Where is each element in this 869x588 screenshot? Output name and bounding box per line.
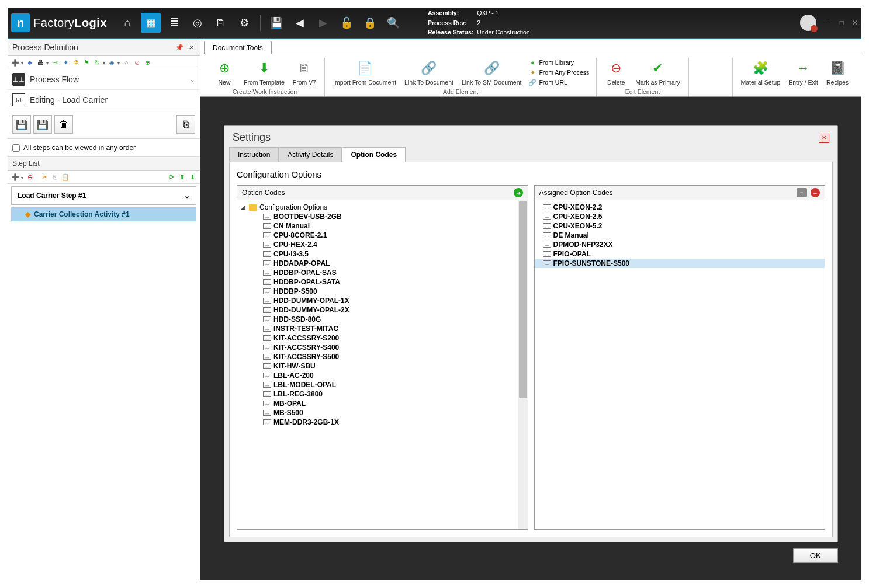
link-icon[interactable]: ✂ [51,58,59,67]
ok-button[interactable]: OK [793,548,838,563]
tab-instruction[interactable]: Instruction [229,147,279,162]
save-doc-button[interactable]: 💾 [12,115,31,134]
delete-doc-button[interactable]: 🗑 [54,115,73,134]
from-any-process-button[interactable]: ✦From Any Process [527,68,590,77]
option-code-item[interactable]: ⋯KIT-ACCSSRY-S400 [237,343,528,352]
option-code-item[interactable]: ⋯LBL-MODEL-OPAL [237,380,528,389]
search-doc-icon[interactable]: 🔍 [383,13,403,33]
unlock-icon[interactable]: 🔓 [337,13,356,33]
home-icon[interactable]: ⌂ [117,13,137,33]
close-panel-icon[interactable]: ✕ [187,43,195,51]
document-tools-tab[interactable]: Document Tools [204,41,272,54]
option-code-item[interactable]: ⋯LBL-AC-200 [237,371,528,380]
any-order-checkbox[interactable] [12,144,20,152]
mark-primary-button[interactable]: ✔Mark as Primary [633,58,682,87]
assigned-code-item[interactable]: ⋯CPU-XEON-2.2 [535,203,825,212]
back-icon[interactable]: ◀ [290,13,310,33]
option-code-item[interactable]: ⋯BOOTDEV-USB-2GB [237,212,528,221]
option-code-item[interactable]: ⋯LBL-REG-3800 [237,389,528,399]
cube-icon[interactable]: ◈ [108,58,116,67]
link-to-doc-button[interactable]: 🔗Link To Document [402,58,456,87]
option-code-item[interactable]: ⋯HDD-DUMMY-OPAL-2X [237,305,528,315]
assigned-code-item[interactable]: ⋯DPMOD-NFP32XX [535,240,825,249]
close-icon[interactable]: ✕ [852,19,858,27]
tab-option-codes[interactable]: Option Codes [342,147,406,162]
entry-exit-button[interactable]: ↔Entry / Exit [786,58,820,87]
circle3-icon[interactable]: ⊕ [143,58,151,67]
option-code-item[interactable]: ⋯HDD-SSD-80G [237,315,528,324]
flag-icon[interactable]: ⚑ [82,58,91,67]
tree-root[interactable]: ◢ Configuration Options [237,203,528,212]
list-view-icon[interactable]: ≡ [797,188,807,197]
activity-item[interactable]: ◆ Carrier Collection Activity #1 [11,207,196,221]
import-doc-button[interactable]: 📄Import From Document [331,58,399,87]
flask-icon[interactable]: ⚗ [72,58,80,67]
step-item[interactable]: Load Carrier Step #1 ⌄ [11,186,196,205]
reorder-icon[interactable]: ⟳ [167,173,175,181]
maximize-icon[interactable]: □ [840,19,844,27]
option-code-item[interactable]: ⋯HDDBP-S500 [237,287,528,296]
delete-button[interactable]: ⊖Delete [603,58,629,87]
document-icon[interactable]: 🗎 [211,13,231,33]
assigned-code-item[interactable]: ⋯DE Manual [535,231,825,240]
assigned-code-item[interactable]: ⋯CPU-XEON-2.5 [535,212,825,221]
user-avatar-icon[interactable] [800,15,816,31]
save-as-button[interactable]: 💾 [33,115,52,134]
cut-icon[interactable]: ✂ [40,173,49,181]
option-code-item[interactable]: ⋯MB-OPAL [237,399,528,408]
hierarchy-icon[interactable]: ♣ [26,58,34,67]
material-setup-button[interactable]: 🧩Material Setup [739,58,783,87]
down-icon[interactable]: ⬇ [188,173,196,181]
print-icon[interactable]: 🖶 [36,58,44,67]
option-code-item[interactable]: ⋯KIT-ACCSSRY-S200 [237,333,528,343]
gear-icon[interactable]: ⚙ [234,13,254,33]
option-code-item[interactable]: ⋯CPU-HEX-2.4 [237,240,528,249]
refresh-icon[interactable]: ↻ [93,58,101,67]
assigned-code-item[interactable]: ⋯CPU-XEON-5.2 [535,221,825,231]
chevron-down-icon[interactable]: ⌄ [189,75,195,83]
tab-activity-details[interactable]: Activity Details [279,147,342,162]
exit-button[interactable]: ⎘ [176,115,195,134]
pin-icon[interactable]: 📌 [175,43,184,51]
option-code-item[interactable]: ⋯MEM-DDR3-2GB-1X [237,417,528,427]
from-template-button[interactable]: ⬇From Template [241,58,287,87]
remove-assigned-icon[interactable]: – [811,188,820,197]
grid-icon[interactable]: ▦ [141,13,161,33]
stack-icon[interactable]: ≣ [164,13,184,33]
option-code-item[interactable]: ⋯HDDADAP-OPAL [237,259,528,268]
remove-step-icon[interactable]: ⊖ [26,173,34,181]
option-code-item[interactable]: ⋯HDDBP-OPAL-SAS [237,268,528,277]
circle-icon[interactable]: ○ [122,58,130,67]
from-library-button[interactable]: ●From Library [527,58,590,67]
option-code-item[interactable]: ⋯MB-S500 [237,408,528,417]
expand-step-icon[interactable]: ⌄ [184,192,190,200]
assigned-code-item[interactable]: ⋯FPIO-OPAL [535,249,825,259]
paste-icon[interactable]: 📋 [61,173,70,181]
close-settings-icon[interactable]: ✕ [819,133,829,143]
target-icon[interactable]: ◎ [188,13,207,33]
option-code-item[interactable]: ⋯CPU-i3-3.5 [237,249,528,259]
forward-icon[interactable]: ▶ [313,13,333,33]
process-flow-section[interactable]: ⊥⊥ Process Flow ⌄ [8,69,200,90]
link-to-sm-doc-button[interactable]: 🔗Link To SM Document [459,58,524,87]
copy-icon[interactable]: ⎘ [51,173,59,181]
add-icon[interactable]: ➕ [11,58,19,67]
recipes-button[interactable]: 📓Recipes [824,58,851,87]
scrollbar[interactable] [518,200,528,529]
option-code-item[interactable]: ⋯HDD-DUMMY-OPAL-1X [237,296,528,305]
option-code-item[interactable]: ⋯KIT-ACCSSRY-S500 [237,352,528,361]
add-step-icon[interactable]: ➕ [11,173,19,181]
assigned-code-item[interactable]: ⋯FPIO-SUNSTONE-S500 [535,259,825,268]
option-code-item[interactable]: ⋯CPU-8CORE-2.1 [237,231,528,240]
option-code-item[interactable]: ⋯KIT-HW-SBU [237,361,528,371]
option-code-item[interactable]: ⋯HDDBP-OPAL-SATA [237,277,528,287]
from-url-button[interactable]: 🔗From URL [527,78,590,87]
option-code-item[interactable]: ⋯CN Manual [237,221,528,231]
minimize-icon[interactable]: — [825,19,832,27]
option-code-item[interactable]: ⋯INSTR-TEST-MITAC [237,324,528,333]
tool1-icon[interactable]: ✦ [61,58,70,67]
add-option-icon[interactable]: ➜ [514,188,523,197]
save-icon[interactable]: 💾 [266,13,286,33]
circle2-icon[interactable]: ⊘ [133,58,141,67]
lock-icon[interactable]: 🔒 [360,13,380,33]
